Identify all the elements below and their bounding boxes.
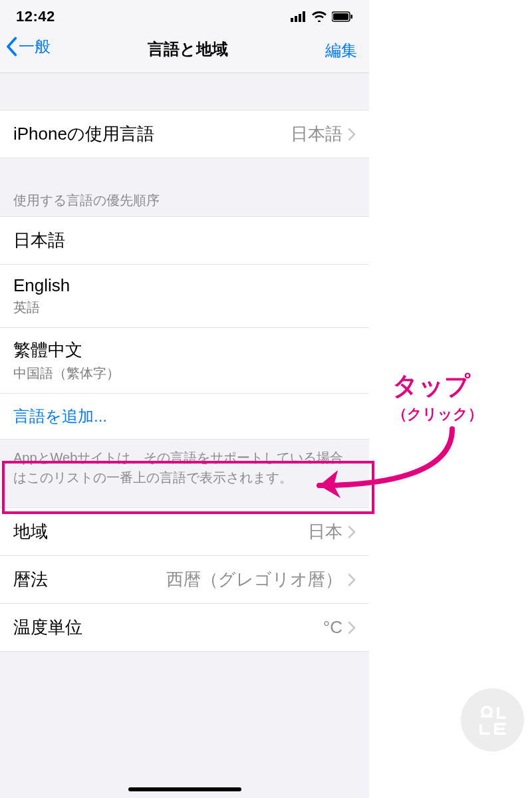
- svg-rect-1: [295, 16, 297, 22]
- row-lang-1[interactable]: English 英語: [0, 265, 369, 328]
- chevron-left-icon: [5, 37, 17, 57]
- chevron-right-icon: [348, 128, 356, 141]
- home-indicator[interactable]: [128, 787, 241, 791]
- svg-rect-0: [291, 18, 293, 22]
- row-value: 日本語: [291, 122, 356, 146]
- annotation-text: タップ （クリック）: [392, 369, 483, 424]
- row-label: iPhoneの使用言語: [13, 122, 154, 146]
- row-value: 西暦（グレゴリオ暦）: [166, 568, 356, 591]
- status-bar: 12:42: [0, 0, 369, 33]
- cellular-icon: [291, 11, 307, 22]
- row-calendar[interactable]: 暦法 西暦（グレゴリオ暦）: [0, 556, 369, 604]
- row-region[interactable]: 地域 日本: [0, 507, 369, 556]
- row-label: 日本語: [13, 229, 65, 252]
- edit-button[interactable]: 編集: [325, 36, 357, 61]
- row-label: English: [13, 275, 70, 296]
- annotation-arrow: [286, 422, 485, 511]
- page-title: 言語と地域: [148, 36, 228, 60]
- nav-bar: 一般 言語と地域 編集: [0, 33, 369, 73]
- row-label: 地域: [13, 520, 48, 543]
- row-sublabel: 中国語（繁体字）: [13, 364, 120, 382]
- status-time: 12:42: [16, 8, 55, 25]
- back-button[interactable]: 一般: [5, 36, 51, 57]
- watermark-icon: [461, 688, 524, 751]
- chevron-right-icon: [348, 525, 356, 539]
- row-value: °C: [323, 617, 356, 638]
- wifi-icon: [312, 11, 327, 22]
- svg-rect-6: [351, 15, 353, 19]
- row-label: 繁體中文: [13, 338, 82, 362]
- row-label: 言語を追加...: [13, 406, 107, 427]
- chevron-right-icon: [348, 621, 356, 634]
- svg-rect-2: [299, 14, 301, 22]
- status-icons: [291, 11, 353, 22]
- svg-rect-5: [333, 13, 348, 20]
- annotation-small: （クリック）: [392, 404, 483, 424]
- svg-rect-3: [303, 11, 305, 22]
- row-sublabel: 英語: [13, 299, 40, 317]
- row-label: 温度単位: [13, 616, 82, 639]
- battery-icon: [332, 11, 353, 22]
- row-value: 日本: [308, 520, 356, 543]
- row-lang-2[interactable]: 繁體中文 中国語（繁体字）: [0, 328, 369, 394]
- section-header-preferred: 使用する言語の優先順序: [0, 158, 369, 216]
- row-iphone-language[interactable]: iPhoneの使用言語 日本語: [0, 110, 369, 158]
- row-temperature[interactable]: 温度単位 °C: [0, 604, 369, 652]
- annotation-big: タップ: [392, 369, 483, 403]
- svg-point-7: [482, 707, 491, 716]
- row-label: 暦法: [13, 568, 48, 591]
- back-label: 一般: [19, 36, 51, 57]
- chevron-right-icon: [348, 573, 356, 587]
- row-lang-0[interactable]: 日本語: [0, 216, 369, 265]
